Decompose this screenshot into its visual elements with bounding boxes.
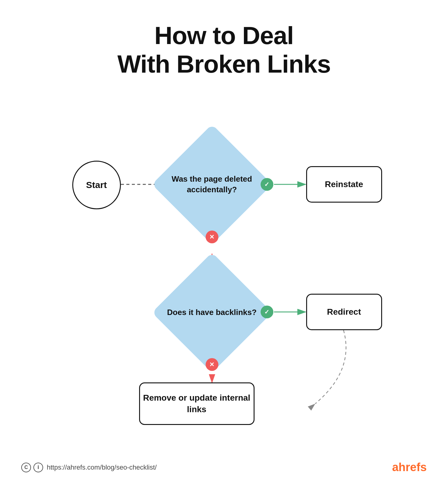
- reinstate-box: Reinstate: [306, 166, 382, 203]
- diamond-1-label: Was the page deleted accidentally?: [160, 142, 264, 227]
- title-area: How to Deal With Broken Links: [117, 21, 330, 79]
- no-indicator-1: ✕: [206, 231, 218, 243]
- diamond-2-label: Does it have backlinks?: [160, 270, 264, 355]
- ahrefs-logo: ahrefs: [392, 461, 427, 474]
- redirect-box: Redirect: [306, 294, 382, 330]
- footer-left: C i https://ahrefs.com/blog/seo-checklis…: [21, 463, 157, 472]
- footer-icons: C i: [21, 463, 43, 472]
- remove-box: Remove or update internal links: [139, 382, 255, 425]
- footer: C i https://ahrefs.com/blog/seo-checklis…: [0, 461, 448, 474]
- page-container: How to Deal With Broken Links: [0, 0, 448, 486]
- yes-indicator-1: ✓: [261, 178, 273, 191]
- page-title: How to Deal With Broken Links: [117, 21, 330, 79]
- info-icon: i: [33, 463, 43, 472]
- start-node: Start: [72, 161, 121, 209]
- no-indicator-2: ✕: [206, 358, 218, 371]
- yes-indicator-2: ✓: [261, 306, 273, 318]
- flowchart: Start Was the page deleted accidentally?…: [57, 97, 391, 431]
- cc-icon: C: [21, 463, 31, 472]
- footer-url: https://ahrefs.com/blog/seo-checklist/: [47, 464, 157, 471]
